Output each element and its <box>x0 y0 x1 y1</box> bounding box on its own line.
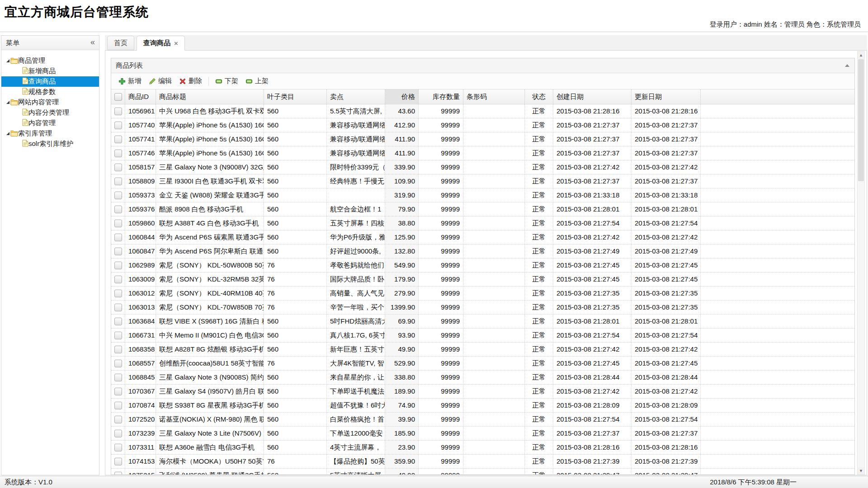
delete-button[interactable]: 删除 <box>175 75 206 87</box>
row-checkbox[interactable] <box>114 178 122 185</box>
sidebar-collapse-icon[interactable]: « <box>90 35 95 49</box>
table-row[interactable]: 1063013索尼（SONY） KDL-70W850B 70英寸76辛苦一年啦，… <box>111 300 854 314</box>
table-row[interactable]: 1073311联想 A360e 融雪白 电信3G手机5604英寸主流屏幕，23.… <box>111 441 854 455</box>
add-button[interactable]: 新增 <box>115 75 145 87</box>
tree-node-content-category-management[interactable]: 内容分类管理 <box>1 108 99 118</box>
row-checkbox[interactable] <box>114 360 122 367</box>
cell-product-id: 1075215 <box>125 469 156 475</box>
on-shelf-button[interactable]: 上架 <box>242 75 272 87</box>
row-checkbox[interactable] <box>114 122 122 129</box>
column-header-barcode[interactable]: 条形码 <box>463 89 525 104</box>
table-row[interactable]: 1063684联想 VIBE X (S968T) 16G 清新白 移动5605吋… <box>111 314 854 328</box>
table-row[interactable]: 1066731中兴 Memo II (M901C) 白色 电信3G手560真八核… <box>111 328 854 343</box>
row-checkbox[interactable] <box>114 220 122 227</box>
row-checkbox[interactable] <box>114 402 122 409</box>
table-row[interactable]: 1068557创维酷开(coocaa)58U1 58英寸智能酷76大屏4K智能T… <box>111 357 854 371</box>
tabs-bar: 首页查询商品× <box>105 35 867 51</box>
row-checkbox[interactable] <box>114 458 122 465</box>
table-row[interactable]: 1059373金立 天鉴 (W808) 荣耀金 联通3G手机560319.909… <box>111 188 854 202</box>
row-checkbox[interactable] <box>114 332 122 339</box>
row-checkbox[interactable] <box>114 206 122 213</box>
tree-node-add-goods[interactable]: 新增商品 <box>1 66 99 76</box>
row-checkbox[interactable] <box>114 444 122 451</box>
column-header-product-title[interactable]: 商品标题 <box>156 89 264 104</box>
table-row[interactable]: 1059860联想 A388T 4G 白色 移动3G手机560五英寸屏幕！四核3… <box>111 216 854 230</box>
tree-node-solr-index-maintenance[interactable]: solr索引库维护 <box>1 139 99 149</box>
vertical-scrollbar[interactable]: ▲ ▼ <box>857 51 865 475</box>
row-checkbox[interactable] <box>114 192 122 199</box>
table-row[interactable]: 1074153海尔模卡（MOOKA）U50H7 50英寸76【爆品抢购】50英3… <box>111 455 854 469</box>
table-row[interactable]: 1063012索尼（SONY） KDL-40RM10B 40英寸76高销量、高人… <box>111 286 854 300</box>
tree-node-index-library-management[interactable]: 索引库管理 <box>1 128 99 139</box>
column-header-stock-quantity[interactable]: 库存数量 <box>419 89 463 104</box>
row-checkbox[interactable] <box>114 164 122 171</box>
table-row[interactable]: 1072520诺基亚(NOKIA) X (RM-980) 黑色 联通560白菜价… <box>111 413 854 427</box>
tab-query-goods[interactable]: 查询商品× <box>137 36 185 51</box>
table-row[interactable]: 1068845三星 Galaxy Note 3 (N9008S) 简约白560来… <box>111 371 854 385</box>
column-header-selling-point[interactable]: 卖点 <box>327 89 385 104</box>
table-row[interactable]: 1070874联想 S938T 8G 星夜黑 移动3G手机 双560超值不犹豫！… <box>111 399 854 413</box>
tree-node-query-goods[interactable]: 查询商品 <box>1 76 99 87</box>
select-all-checkbox[interactable] <box>114 93 122 101</box>
row-checkbox[interactable] <box>114 304 122 311</box>
table-row[interactable]: 1057740苹果(Apple) iPhone 5s (A1530) 16GB5… <box>111 118 854 132</box>
column-header-updated-date[interactable]: 更新日期 <box>632 89 701 104</box>
table-row[interactable]: 1057741苹果(Apple) iPhone 5s (A1530) 16GB5… <box>111 132 854 146</box>
row-checkbox[interactable] <box>114 430 122 437</box>
tab-home[interactable]: 首页 <box>107 36 134 50</box>
row-checkbox[interactable] <box>114 346 122 353</box>
table-row[interactable]: 1058809三星 I9300I 白色 联通3G手机 双卡双560经典特惠！手慢… <box>111 174 854 188</box>
edit-button[interactable]: 编辑 <box>145 75 175 87</box>
table-row[interactable]: 1059376酷派 8908 白色 移动3G手机560航空合金边框！179.90… <box>111 202 854 216</box>
column-header-price[interactable]: 价格 <box>385 89 419 104</box>
table-row[interactable]: 1073239三星 Galaxy Note 3 Lite (N7506V) 16… <box>111 427 854 441</box>
row-checkbox[interactable] <box>114 234 122 241</box>
cell-price: 49.90 <box>385 469 419 475</box>
cell-product-id: 1062989 <box>125 258 156 272</box>
table-row[interactable]: 1070367三星 Galaxy S4 (I9507V) 皓月白 联通560下单… <box>111 385 854 399</box>
scroll-up-arrow-icon[interactable]: ▲ <box>858 52 864 59</box>
table-row[interactable]: 1056961中兴 U968 白色 移动3G手机 双卡双待5605.5英寸高清大… <box>111 104 854 118</box>
tab-close-icon[interactable]: × <box>174 40 178 47</box>
row-checkbox[interactable] <box>114 318 122 325</box>
cell-status: 正常 <box>525 328 553 342</box>
row-checkbox[interactable] <box>114 416 122 423</box>
cell-barcode <box>463 272 525 286</box>
cell-stock-quantity: 99999 <box>419 230 463 244</box>
tree-node-content-management[interactable]: 内容管理 <box>1 118 99 128</box>
expand-arrow-icon[interactable] <box>1 132 10 135</box>
scrollbar-thumb[interactable] <box>858 59 864 181</box>
expand-arrow-icon[interactable] <box>1 101 10 104</box>
panel-collapse-icon[interactable] <box>845 64 849 67</box>
row-checkbox[interactable] <box>114 472 122 475</box>
table-row[interactable]: 1075215飞利浦 (W3500) 尊贵黑 联通3G手机5605英寸高清晰大屏… <box>111 469 854 475</box>
scroll-down-arrow-icon[interactable]: ▼ <box>858 467 864 474</box>
column-header-status[interactable]: 状态 <box>525 89 553 104</box>
table-row[interactable]: 1063009索尼（SONY） KDL-32RM5B 32英寸76国际大牌品质！… <box>111 272 854 286</box>
table-row[interactable]: 1062989索尼（SONY） KDL-50W800B 50英寸76孝敬爸妈就给… <box>111 258 854 272</box>
row-checkbox[interactable] <box>114 276 122 283</box>
row-checkbox[interactable] <box>114 248 122 255</box>
column-header-created-date[interactable]: 创建日期 <box>553 89 632 104</box>
row-checkbox[interactable] <box>114 136 122 143</box>
row-checkbox[interactable] <box>114 262 122 269</box>
row-checkbox[interactable] <box>114 374 122 381</box>
row-checkbox[interactable] <box>114 150 122 157</box>
row-checkbox[interactable] <box>114 290 122 297</box>
table-row[interactable]: 1068358联想 A828T 8G 炫酷银 移动3G手机560新年巨惠！五英寸… <box>111 343 854 357</box>
column-header-leaf-category[interactable]: 叶子类目 <box>264 89 327 104</box>
row-checkbox[interactable] <box>114 388 122 395</box>
expand-arrow-icon[interactable] <box>1 59 10 62</box>
tree-node-site-content-management[interactable]: 网站内容管理 <box>1 97 99 108</box>
table-row[interactable]: 1057746苹果(Apple) iPhone 5s (A1530) 16GB5… <box>111 146 854 160</box>
table-row[interactable]: 1060847华为 Ascend P6S 阿尔卑斯白 联通3G560好评超过90… <box>111 244 854 258</box>
tree-node-spec-params[interactable]: 规格参数 <box>1 87 99 97</box>
table-row[interactable]: 1060844华为 Ascend P6S 碳素黑 联通3G手机560华为P6升级… <box>111 230 854 244</box>
column-header-product-id[interactable]: 商品ID <box>125 89 156 104</box>
row-checkbox[interactable] <box>114 108 122 115</box>
table-row[interactable]: 1058157三星 Galaxy Note 3 (N9008V) 32G版560… <box>111 160 854 174</box>
cell-selling-point: 来自星星的你，让 <box>327 371 385 384</box>
cell-stock-quantity: 99999 <box>419 174 463 188</box>
tree-node-goods-management[interactable]: 商品管理 <box>1 56 99 66</box>
off-shelf-button[interactable]: 下架 <box>212 75 242 87</box>
